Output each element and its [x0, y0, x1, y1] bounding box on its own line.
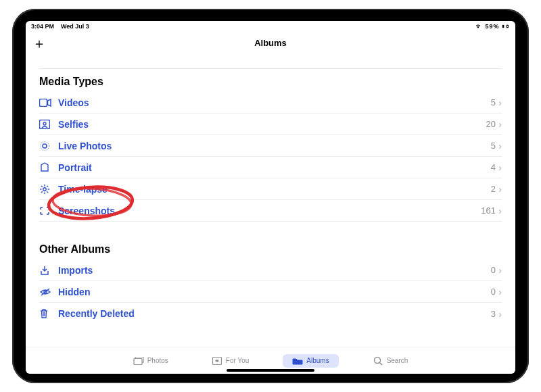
imports-icon — [39, 265, 54, 276]
albums-tab-icon — [292, 357, 303, 365]
tab-for-you[interactable]: For You — [202, 354, 258, 368]
svg-point-2 — [43, 122, 46, 125]
row-label: Videos — [58, 97, 491, 108]
svg-point-5 — [43, 187, 46, 190]
tab-albums[interactable]: Albums — [283, 354, 338, 368]
status-bar: 3:04 PM Wed Jul 3 ᯤ 59% ▮▯ — [26, 21, 515, 32]
row-count: 3 — [491, 309, 496, 319]
content-scroll[interactable]: Media Types Videos 5 › Selfies 20 — [26, 53, 515, 347]
tab-label: Albums — [306, 357, 329, 364]
tab-search[interactable]: Search — [363, 354, 418, 368]
trash-icon — [39, 308, 54, 319]
portrait-icon — [39, 162, 54, 173]
foryou-tab-icon — [212, 357, 222, 365]
row-count: 161 — [481, 205, 496, 216]
row-label: Portrait — [58, 162, 491, 173]
svg-line-13 — [47, 186, 48, 187]
row-time-lapse[interactable]: Time-lapse 2 › — [39, 178, 502, 200]
row-label: Selfies — [58, 119, 486, 130]
page-title: Albums — [254, 38, 287, 48]
svg-line-22 — [379, 362, 382, 365]
svg-line-11 — [47, 191, 48, 193]
row-count: 5 — [491, 97, 496, 107]
tab-label: Search — [387, 357, 408, 364]
svg-rect-0 — [40, 99, 47, 106]
svg-point-4 — [41, 141, 49, 150]
row-recently-deleted[interactable]: Recently Deleted 3 › — [39, 303, 502, 324]
home-indicator[interactable] — [227, 369, 314, 372]
section-header-media-types: Media Types — [39, 76, 502, 88]
status-left: 3:04 PM Wed Jul 3 — [31, 23, 89, 30]
chevron-right-icon: › — [498, 308, 502, 320]
row-label: Time-lapse — [58, 184, 491, 195]
row-count: 5 — [491, 141, 496, 151]
chevron-right-icon: › — [498, 205, 502, 216]
chevron-right-icon: › — [498, 183, 502, 195]
battery-percent: 59% — [485, 23, 499, 30]
row-portrait[interactable]: Portrait 4 › — [39, 157, 502, 178]
chevron-right-icon: › — [498, 140, 502, 151]
wifi-icon: ᯤ — [476, 23, 483, 30]
svg-rect-1 — [40, 120, 50, 128]
row-live-photos[interactable]: Live Photos 5 › — [39, 135, 502, 157]
photos-tab-icon — [133, 357, 144, 365]
svg-rect-19 — [134, 358, 142, 364]
battery-icon: ▮▯ — [502, 23, 510, 30]
section-header-other: Other Albums — [39, 243, 502, 255]
row-label: Imports — [58, 265, 491, 276]
divider — [39, 68, 502, 69]
chevron-right-icon: › — [498, 162, 502, 173]
row-label: Recently Deleted — [58, 308, 491, 319]
tab-photos[interactable]: Photos — [124, 354, 178, 368]
row-count: 0 — [491, 287, 496, 297]
row-screenshots[interactable]: Screenshots 161 › — [39, 200, 502, 222]
screenshot-icon — [39, 206, 54, 216]
selfie-icon — [39, 120, 54, 129]
status-right: ᯤ 59% ▮▯ — [476, 23, 510, 30]
tab-bar: Photos For You Albums Search — [26, 347, 515, 374]
chevron-right-icon: › — [498, 286, 502, 297]
svg-line-12 — [41, 191, 43, 193]
row-count: 2 — [491, 184, 496, 194]
add-button[interactable]: ＋ — [32, 34, 46, 53]
row-label: Hidden — [58, 287, 491, 297]
hidden-icon — [39, 287, 54, 297]
chevron-right-icon: › — [498, 118, 502, 130]
time-lapse-icon — [39, 184, 54, 195]
ipad-bezel: 3:04 PM Wed Jul 3 ᯤ 59% ▮▯ ＋ Albums Medi… — [15, 11, 526, 381]
tab-label: Photos — [147, 357, 168, 364]
chevron-right-icon: › — [498, 264, 502, 276]
live-photos-icon — [39, 141, 54, 151]
chevron-right-icon: › — [498, 97, 502, 108]
video-icon — [39, 99, 54, 107]
row-selfies[interactable]: Selfies 20 › — [39, 114, 502, 135]
search-tab-icon — [373, 357, 383, 365]
row-count: 20 — [486, 119, 496, 129]
row-imports[interactable]: Imports 0 › — [39, 260, 502, 281]
tab-label: For You — [226, 357, 249, 364]
row-label: Live Photos — [58, 141, 491, 151]
row-hidden[interactable]: Hidden 0 › — [39, 281, 502, 303]
nav-bar: ＋ Albums — [26, 32, 515, 53]
row-label: Screenshots — [58, 205, 481, 216]
screen: 3:04 PM Wed Jul 3 ᯤ 59% ▮▯ ＋ Albums Medi… — [26, 21, 515, 374]
row-videos[interactable]: Videos 5 › — [39, 92, 502, 114]
svg-point-21 — [374, 357, 380, 363]
svg-point-3 — [43, 144, 47, 148]
status-time: 3:04 PM — [31, 23, 54, 30]
status-date: Wed Jul 3 — [61, 23, 89, 30]
svg-line-10 — [41, 186, 43, 187]
row-count: 4 — [491, 162, 496, 172]
ipad-device-frame: 3:04 PM Wed Jul 3 ᯤ 59% ▮▯ ＋ Albums Medi… — [12, 9, 529, 383]
row-count: 0 — [491, 265, 496, 275]
